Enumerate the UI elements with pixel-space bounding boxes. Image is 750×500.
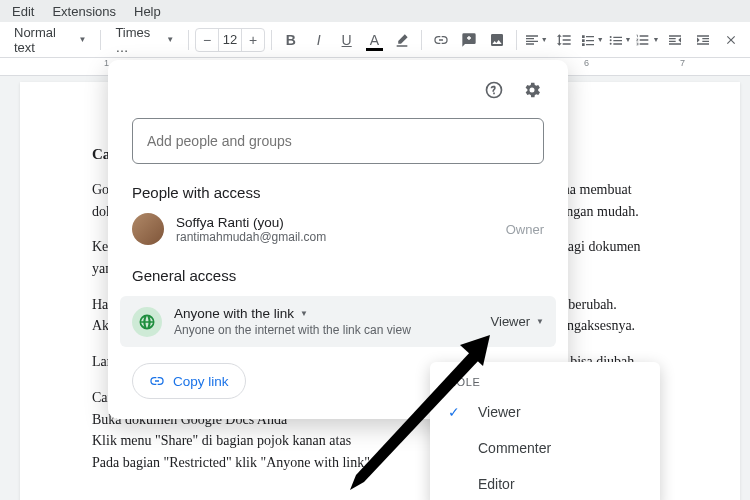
- globe-icon: [132, 307, 162, 337]
- link-icon: [149, 373, 165, 389]
- person-email: rantimahmudah@gmail.com: [176, 230, 494, 244]
- general-access-row: Anyone with the link▼ Anyone on the inte…: [120, 296, 556, 347]
- access-role-dropdown[interactable]: Viewer▼: [491, 314, 544, 329]
- role-option-viewer[interactable]: ✓ Viewer: [430, 394, 660, 430]
- general-access-title: General access: [132, 267, 544, 284]
- person-role: Owner: [506, 222, 544, 237]
- role-menu: ROLE ✓ Viewer Commenter Editor: [430, 362, 660, 500]
- copy-link-button[interactable]: Copy link: [132, 363, 246, 399]
- gear-icon[interactable]: [520, 78, 544, 102]
- access-description: Anyone on the internet with the link can…: [174, 323, 479, 337]
- help-icon[interactable]: [482, 78, 506, 102]
- copy-link-label: Copy link: [173, 374, 229, 389]
- people-with-access-title: People with access: [132, 184, 544, 201]
- role-menu-header: ROLE: [430, 370, 660, 394]
- person-name: Soffya Ranti (you): [176, 215, 494, 230]
- add-people-input[interactable]: [132, 118, 544, 164]
- role-option-editor[interactable]: Editor: [430, 466, 660, 500]
- avatar: [132, 213, 164, 245]
- person-row: Soffya Ranti (you) rantimahmudah@gmail.c…: [132, 213, 544, 245]
- access-scope-dropdown[interactable]: Anyone with the link▼: [174, 306, 479, 321]
- role-option-commenter[interactable]: Commenter: [430, 430, 660, 466]
- check-icon: ✓: [448, 404, 466, 420]
